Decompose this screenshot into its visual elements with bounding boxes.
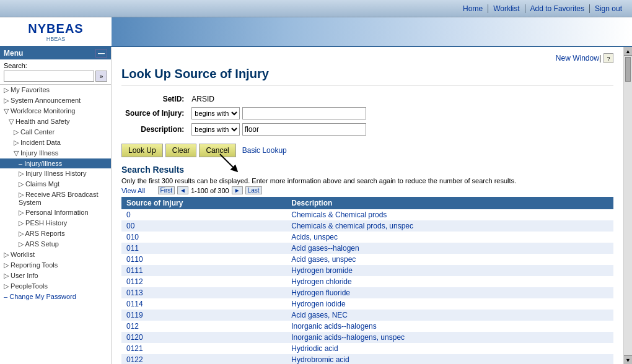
add-to-favorites-link[interactable]: Add to Favorites [525,4,590,13]
sidebar-item-injury-illness-group[interactable]: ▽ Injury Illness [0,148,111,158]
desc-cell: Chemicals & chemical prods, unspec [286,220,613,232]
desc-link[interactable]: Hydrogen chloride [291,277,351,286]
main-layout: Menu — Search: » ▷ My Favorites ▷ System… [0,47,632,364]
table-row: 00 Chemicals & chemical prods, unspec [121,220,613,232]
sidebar-item-user-info[interactable]: ▷ User Info [0,271,111,281]
desc-link[interactable]: Acid gases, NEC [291,311,348,319]
scrollbar-area[interactable]: ▲ ▼ [623,47,632,364]
home-link[interactable]: Home [458,4,488,13]
sidebar-item-injury-illness-history[interactable]: ▷ Injury Illness History [0,168,111,179]
source-link[interactable]: 0 [126,210,131,219]
desc-link[interactable]: Chemicals & Chemical prods [291,210,387,219]
sidebar-item-health-safety[interactable]: ▽ Health and Safety [0,116,111,127]
desc-link[interactable]: Hydrogen fluoride [291,288,350,297]
setid-value: ARSID [188,93,369,105]
table-row: 0122 Hydrobromic acid [121,354,613,364]
table-row: 0113 Hydrogen fluoride [121,287,613,298]
desc-link[interactable]: Inorganic acids--halogens, unspec [291,333,405,342]
sidebar-item-system-announcement[interactable]: ▷ System Announcement [0,95,111,106]
sidebar-item-receive-ars[interactable]: ▷ Receive ARS Broadcast System [0,189,111,207]
scroll-up-button[interactable]: ▲ [624,47,632,56]
table-row: 0 Chemicals & Chemical prods [121,209,613,220]
sidebar-item-personal-info[interactable]: ▷ Personal Information [0,207,111,218]
lookup-button[interactable]: Look Up [121,144,163,157]
sidebar-item-people-tools[interactable]: ▷ PeopleTools [0,281,111,292]
source-link[interactable]: 011 [126,244,139,253]
new-window-link[interactable]: New Window [556,54,599,63]
sidebar-item-pesh-history[interactable]: ▷ PESH History [0,218,111,228]
sidebar-title: Menu [4,49,23,58]
source-link[interactable]: 00 [126,222,134,230]
desc-cell: Acid gases--halogen [286,243,613,254]
nav-prev-link[interactable]: ◄ [177,186,188,194]
source-cell: 00 [121,220,286,232]
table-row: 011 Acid gases--halogen [121,243,613,254]
setid-label: SetID: [121,93,188,105]
sidebar-item-ars-reports[interactable]: ▷ ARS Reports [0,228,111,239]
sidebar-item-reporting-tools[interactable]: ▷ Reporting Tools [0,260,111,271]
sidebar-item-claims-mgt[interactable]: ▷ Claims Mgt [0,179,111,189]
source-value-input[interactable] [242,107,366,119]
desc-link[interactable]: Hydriodic acid [291,344,338,353]
scroll-thumb[interactable] [625,57,631,82]
source-link[interactable]: 0122 [126,355,143,364]
sidebar-item-injury-illness[interactable]: – Injury/Illness [0,158,111,168]
desc-link[interactable]: Acids, unspec [291,233,338,241]
source-link[interactable]: 0110 [126,255,143,264]
desc-operator-select[interactable]: begins with contains = [191,123,240,136]
nav-first-link[interactable]: First [158,186,175,194]
source-link[interactable]: 0119 [126,311,143,319]
desc-cell: Hydrogen iodide [286,298,613,310]
source-operator-select[interactable]: begins with contains = [191,107,240,119]
minimize-button[interactable]: — [95,49,107,58]
source-link[interactable]: 0112 [126,277,143,286]
help-icon[interactable]: ? [603,53,613,63]
desc-value-input[interactable] [242,123,366,136]
content-area: New Window | ? Look Up Source of Injury … [112,47,623,364]
source-link[interactable]: 0120 [126,333,143,342]
source-link[interactable]: 0111 [126,266,143,275]
sidebar-item-workforce-monitoring[interactable]: ▽ Workforce Monitoring [0,106,111,116]
desc-link[interactable]: Acid gases--halogen [291,244,359,253]
results-header-row: Source of Injury Description [121,197,613,209]
sign-out-link[interactable]: Sign out [590,4,627,13]
nav-last-link[interactable]: Last [245,186,262,194]
sidebar-item-call-center[interactable]: ▷ Call Center [0,127,111,137]
source-cell: 011 [121,243,286,254]
desc-link[interactable]: Hydrogen iodide [291,300,345,308]
source-cell: 0122 [121,354,286,364]
source-link[interactable]: 0113 [126,288,143,297]
nav-next-link[interactable]: ► [232,186,243,194]
search-input[interactable] [4,71,94,82]
source-cell: 0112 [121,276,286,287]
source-cell: 0114 [121,298,286,310]
desc-link[interactable]: Inorganic acids--halogens [291,322,376,331]
source-link[interactable]: 010 [126,233,139,241]
sidebar-item-incident-data[interactable]: ▷ Incident Data [0,137,111,148]
sidebar-item-ars-setup[interactable]: ▷ ARS Setup [0,239,111,249]
results-body: 0 Chemicals & Chemical prods 00 Chemical… [121,209,613,364]
desc-cell: Hydrogen chloride [286,276,613,287]
desc-link[interactable]: Hydrogen bromide [291,266,353,275]
sidebar-item-worklist[interactable]: ▷ Worklist [0,249,111,260]
nav-items: ▷ My Favorites ▷ System Announcement ▽ W… [0,85,111,364]
view-all-link[interactable]: View All [121,187,145,194]
source-link[interactable]: 012 [126,322,139,331]
cancel-button[interactable]: Cancel [199,144,235,157]
desc-link[interactable]: Hydrobromic acid [291,355,349,364]
search-row: » [4,71,107,82]
search-button[interactable]: » [95,71,107,82]
clear-button[interactable]: Clear [165,144,197,157]
change-password-link[interactable]: Change My Password [9,293,76,300]
sidebar-item-favorites[interactable]: ▷ My Favorites [0,85,111,95]
sidebar-item-change-password[interactable]: – Change My Password [0,292,111,301]
scroll-down-button[interactable]: ▼ [624,355,632,364]
desc-link[interactable]: Acid gases, unspec [291,255,356,264]
source-link[interactable]: 0114 [126,300,143,308]
worklist-link[interactable]: Worklist [488,4,525,13]
desc-cell: Inorganic acids--halogens [286,321,613,332]
table-row: 0121 Hydriodic acid [121,343,613,354]
desc-link[interactable]: Chemicals & chemical prods, unspec [291,222,413,230]
basic-lookup-link[interactable]: Basic Lookup [242,146,287,155]
source-link[interactable]: 0121 [126,344,143,353]
